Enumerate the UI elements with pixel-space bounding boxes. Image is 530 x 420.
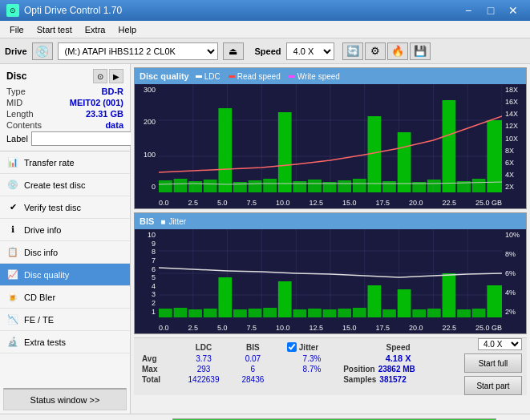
nav-drive-info-label: Drive info xyxy=(24,225,61,235)
extra-tests-icon: 🔬 xyxy=(6,336,19,349)
svg-rect-65 xyxy=(398,289,411,317)
total-row-label: Total xyxy=(139,374,176,385)
chart-top-area: 300 200 100 0 18X 16X 14X 12X 10X 8X 6X xyxy=(135,84,526,208)
chart-top-wrap: 300 200 100 0 18X 16X 14X 12X 10X 8X 6X xyxy=(135,84,526,208)
y-axis-right-top: 18X 16X 14X 12X 10X 8X 6X 4X 2X xyxy=(504,84,526,192)
nav-cd-bier[interactable]: 🍺 CD BIer xyxy=(0,286,130,309)
type-label: Type xyxy=(6,87,26,96)
stats-speed-select[interactable]: 4.0 X xyxy=(478,338,522,350)
svg-rect-35 xyxy=(487,120,502,192)
start-full-button[interactable]: Start full xyxy=(464,353,522,373)
minimize-button[interactable]: − xyxy=(458,2,479,19)
svg-rect-17 xyxy=(218,108,232,192)
label-label: Label xyxy=(6,134,28,143)
svg-rect-57 xyxy=(278,281,292,317)
nav-transfer-rate-label: Transfer rate xyxy=(24,158,75,168)
status-window-label: Status window >> xyxy=(30,395,100,405)
y-axis-left-top: 300 200 100 0 xyxy=(135,84,157,192)
svg-rect-19 xyxy=(249,180,262,192)
jitter-checkbox[interactable] xyxy=(287,342,297,352)
chart-bottom-area: 10 9 8 7 6 5 4 3 2 1 10% 8% xyxy=(135,229,526,333)
label-input[interactable] xyxy=(31,131,138,146)
fe-te-icon: 📉 xyxy=(6,313,19,326)
svg-rect-54 xyxy=(233,309,247,317)
chart-bottom-header: BIS ■ Jitter xyxy=(135,213,526,229)
bis-jitter-chart: BIS ■ Jitter 10 9 8 7 6 5 4 xyxy=(134,212,527,334)
menu-help[interactable]: Help xyxy=(111,23,143,36)
svg-rect-28 xyxy=(382,181,396,192)
write-speed-legend-label: Write speed xyxy=(297,72,340,81)
app-icon: ⊙ xyxy=(6,4,19,17)
jitter-header: Jitter xyxy=(284,341,340,353)
svg-rect-53 xyxy=(218,277,232,317)
disc-icon-1[interactable]: ⊙ xyxy=(93,69,107,83)
menu-start-test[interactable]: Start test xyxy=(30,23,79,36)
y-axis-left-bottom: 10 9 8 7 6 5 4 3 2 1 xyxy=(135,229,157,317)
nav-verify-test-disc-label: Verify test disc xyxy=(24,203,81,212)
save-button[interactable]: 💾 xyxy=(410,42,431,60)
nav-fe-te[interactable]: 📉 FE / TE xyxy=(0,309,130,331)
svg-rect-67 xyxy=(427,309,441,317)
speed-header-label: Speed xyxy=(340,341,456,353)
svg-rect-70 xyxy=(472,309,486,317)
svg-rect-61 xyxy=(338,309,351,317)
disc-icon-2[interactable]: ▶ xyxy=(109,69,123,83)
max-jitter-val: 8.7% xyxy=(284,364,340,374)
speed-label: Speed xyxy=(255,46,281,56)
nav-verify-test-disc[interactable]: ✔ Verify test disc xyxy=(0,196,130,219)
svg-rect-52 xyxy=(204,309,217,317)
nav-extra-tests[interactable]: 🔬 Extra tests xyxy=(0,331,130,353)
bis-header: BIS xyxy=(232,341,274,353)
menu-bar: File Start test Extra Help xyxy=(0,21,530,38)
svg-rect-20 xyxy=(263,179,277,192)
top-chart-svg xyxy=(159,84,502,192)
max-bis-val: 6 xyxy=(232,364,274,374)
maximize-button[interactable]: □ xyxy=(480,2,501,19)
max-row-label: Max xyxy=(139,364,176,374)
app-title: Opti Drive Control 1.70 xyxy=(24,5,122,16)
burn-button[interactable]: 🔥 xyxy=(387,42,408,60)
nav-transfer-rate[interactable]: 📊 Transfer rate xyxy=(0,151,130,174)
read-speed-legend-dot xyxy=(229,75,235,78)
svg-rect-56 xyxy=(263,308,277,317)
cd-bier-icon: 🍺 xyxy=(6,291,19,304)
settings-button[interactable]: ⚙ xyxy=(365,42,386,60)
menu-file[interactable]: File xyxy=(3,23,30,36)
start-part-button[interactable]: Start part xyxy=(464,376,522,395)
title-bar: ⊙ Opti Drive Control 1.70 − □ ✕ xyxy=(0,0,530,21)
length-value: 23.31 GB xyxy=(86,109,123,119)
drive-info-icon: ℹ xyxy=(6,224,19,236)
transfer-rate-icon: 📊 xyxy=(6,156,19,169)
status-bar: Tests completed 100.0% 33:14 xyxy=(0,414,530,420)
ldc-header: LDC xyxy=(176,341,232,353)
svg-rect-66 xyxy=(412,309,426,317)
nav-disc-quality[interactable]: 📈 Disc quality xyxy=(0,264,130,286)
chart-bottom-wrap: 10 9 8 7 6 5 4 3 2 1 10% 8% xyxy=(135,229,526,333)
write-speed-legend-dot xyxy=(289,75,295,78)
nav-create-test-disc[interactable]: 💿 Create test disc xyxy=(0,174,130,196)
stats-bar: LDC BIS Jitter Speed Avg 3.7 xyxy=(134,337,527,395)
ldc-legend-label: LDC xyxy=(204,72,220,81)
drive-select[interactable]: (M:) ATAPI iHBS112 2 CL0K xyxy=(58,42,218,60)
menu-extra[interactable]: Extra xyxy=(79,23,112,36)
chart-top-header: Disc quality LDC Read speed Write speed xyxy=(135,68,526,84)
y-axis-right-bottom: 10% 8% 6% 4% 2% xyxy=(504,229,526,317)
create-test-disc-icon: 💿 xyxy=(6,179,19,192)
close-button[interactable]: ✕ xyxy=(503,2,524,19)
status-window-button[interactable]: Status window >> xyxy=(3,388,127,410)
nav-extra-tests-label: Extra tests xyxy=(24,337,66,347)
speed-select[interactable]: 4.0 X xyxy=(286,42,334,60)
nav-disc-info-label: Disc info xyxy=(24,248,58,257)
refresh-button[interactable]: 🔄 xyxy=(342,42,363,60)
ldc-legend-dot xyxy=(196,75,202,78)
svg-rect-58 xyxy=(293,309,306,317)
left-panel: Disc ⊙ ▶ Type BD-R MID MEIT02 (001) Leng… xyxy=(0,64,131,414)
nav-menu: 📊 Transfer rate 💿 Create test disc ✔ Ver… xyxy=(0,151,130,385)
nav-disc-info[interactable]: 📋 Disc info xyxy=(0,241,130,264)
svg-rect-55 xyxy=(249,309,262,317)
jitter-label: Jitter xyxy=(299,343,318,352)
nav-drive-info[interactable]: ℹ Drive info xyxy=(0,219,130,241)
read-speed-legend-label: Read speed xyxy=(237,72,281,81)
eject-button[interactable]: ⏏ xyxy=(223,42,244,60)
svg-rect-51 xyxy=(188,309,202,317)
